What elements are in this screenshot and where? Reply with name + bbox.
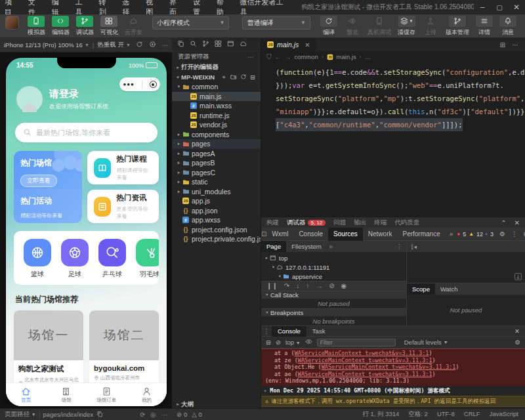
- refresh-icon[interactable]: [136, 41, 143, 49]
- breakpoints-header[interactable]: ▾Breakpoints: [261, 308, 406, 316]
- split-editor-icon[interactable]: ⊞: [500, 41, 505, 49]
- breadcrumb-folder[interactable]: common: [295, 53, 318, 60]
- more-icon[interactable]: ⋯: [512, 41, 518, 49]
- tree-item-project.private.config.js…[interactable]: {}project.private.config.js…: [172, 234, 261, 244]
- new-file-icon[interactable]: ＋: [221, 73, 228, 81]
- rotate-device-icon[interactable]: ⟳: [140, 411, 145, 418]
- toolbar-button-真机调试[interactable]: 真机调试: [368, 16, 391, 37]
- more-tabs-icon[interactable]: »: [327, 243, 333, 250]
- branch-strip-icon[interactable]: [202, 40, 209, 49]
- panel-tab-问题[interactable]: 问题: [333, 219, 346, 227]
- close-capsule-icon[interactable]: [150, 81, 157, 88]
- step-icon[interactable]: →: [316, 282, 322, 289]
- toolbar-button-调试器[interactable]: 调试器: [76, 16, 94, 37]
- step-into-icon[interactable]: ↓: [296, 282, 299, 289]
- avatar[interactable]: [16, 86, 43, 112]
- sources-nav-tab-page[interactable]: Page: [261, 241, 286, 252]
- tree-item-uni_modules[interactable]: ▸uni_modules: [172, 187, 261, 197]
- console-timestamp[interactable]: ▾ Mon Dec 29 2025 14:55:40 GMT+0800 (中国标…: [261, 386, 525, 396]
- tree-item-main.wxss[interactable]: #main.wxss: [172, 101, 261, 111]
- device-select[interactable]: iPhone 12/13 (Pro) 100% 16: [4, 41, 83, 49]
- minimize-button[interactable]: –: [474, 3, 491, 12]
- toolbar-button-可视化[interactable]: 可视化: [100, 16, 118, 37]
- dock-console-icon[interactable]: ⤓: [514, 273, 522, 280]
- clear-console-icon[interactable]: ⊘: [276, 339, 281, 346]
- promo-events-card[interactable]: 热门活动 精彩活动等你来看: [14, 189, 82, 223]
- eye-icon[interactable]: [305, 338, 312, 346]
- sport-category-篮球[interactable]: 篮球: [23, 239, 52, 279]
- tree-item-app.wxss[interactable]: #app.wxss: [172, 215, 261, 225]
- tree-item-pagesA[interactable]: ▸pagesA: [172, 149, 261, 159]
- toolbar-button-消息[interactable]: 消息: [499, 16, 516, 37]
- sport-category-羽毛球[interactable]: 羽毛球: [135, 239, 159, 279]
- close-console-icon[interactable]: ✕: [514, 327, 525, 335]
- tree-item-vendor.js[interactable]: JSvendor.js: [172, 120, 261, 130]
- panel-tab-调试器[interactable]: 调试器5, 12: [287, 219, 326, 227]
- more-icon[interactable]: ⋯: [161, 411, 168, 418]
- filter-input[interactable]: [317, 339, 396, 346]
- tab-main-js[interactable]: JS main.js ✕: [261, 38, 317, 51]
- stack-link[interactable]: WAServiceMainContext_t=wechat&v=3.11.3:1: [295, 350, 429, 356]
- tree-item-project.config.json[interactable]: {}project.config.json: [172, 225, 261, 235]
- step-over-icon[interactable]: ↷: [284, 282, 289, 289]
- user-avatar[interactable]: [5, 16, 19, 30]
- sources-tree-127.0.0.1:11191[interactable]: ▾127.0.0.1:11191: [261, 262, 406, 272]
- problems-indicator[interactable]: ⊘0 △0: [172, 411, 202, 418]
- tab-场馆订单[interactable]: 场馆订单: [87, 383, 127, 406]
- promo-card-1[interactable]: 热门资讯更多资讯等你来看: [87, 190, 159, 223]
- page-path-value[interactable]: pages/index/index: [43, 411, 94, 418]
- call-stack-header[interactable]: ▾Call Stack: [261, 291, 406, 299]
- tree-item-components[interactable]: ▸components: [172, 130, 261, 140]
- collapse-all-icon[interactable]: ⊟: [250, 74, 255, 81]
- toolbar-button-版本管理[interactable]: 版本管理: [446, 16, 469, 37]
- kebab-menu-icon[interactable]: ⋮: [396, 243, 407, 250]
- tree-item-app.json[interactable]: {}app.json: [172, 206, 261, 216]
- tree-item-runtime.js[interactable]: JSruntime.js: [172, 111, 261, 121]
- new-folder-icon[interactable]: [230, 74, 237, 81]
- toolbar-button-云开发[interactable]: 云开发: [125, 16, 142, 37]
- stack-link[interactable]: WAServiceMainContext_t=wechat&v=3.11.3:1: [298, 357, 432, 364]
- language-indicator[interactable]: JavaScript: [490, 410, 518, 419]
- more-icon[interactable]: ⋯: [162, 41, 169, 49]
- deactivate-breakpoints-icon[interactable]: ⊘: [329, 282, 334, 289]
- promo-venues-card[interactable]: 热门场馆 立即查看: [14, 151, 82, 189]
- back-icon[interactable]: ←: [275, 53, 282, 60]
- tree-item-pagesC[interactable]: ▸pagesC: [172, 168, 261, 178]
- pause-icon[interactable]: ❙❙: [266, 282, 278, 289]
- toolbar-button-清缓存[interactable]: ▼清缓存: [398, 16, 415, 37]
- refresh-icon[interactable]: [240, 74, 247, 81]
- devtools-tab-sources[interactable]: Sources: [328, 228, 363, 241]
- close-tab-icon[interactable]: ✕: [304, 41, 310, 49]
- promo-card-0[interactable]: 热门课程精彩课程等你来看: [87, 151, 159, 184]
- step-out-icon[interactable]: ↑: [306, 282, 309, 289]
- tree-item-main.js[interactable]: JSmain.js: [172, 92, 261, 102]
- console-tab-task[interactable]: Task: [306, 326, 331, 337]
- inspect-icon[interactable]: ⊡: [261, 230, 266, 238]
- kebab-menu-icon[interactable]: ⋮: [261, 327, 272, 335]
- search-input[interactable]: 最新热门场馆,等你来看: [15, 123, 158, 142]
- toolbar-button-编译[interactable]: 编译: [320, 16, 337, 37]
- stack-link[interactable]: WAServiceMainContext_t=wechat&v=3.11.3:1: [298, 371, 432, 377]
- indent-indicator[interactable]: 空格: 2: [408, 410, 428, 419]
- mode-select[interactable]: 小程序模式▼: [152, 16, 230, 30]
- outline-section[interactable]: ▸ 大纲: [172, 400, 261, 408]
- toolbar-button-详情[interactable]: 详情: [476, 16, 493, 37]
- devtools-tab-console[interactable]: Console: [293, 228, 328, 241]
- breadcrumb-symbol[interactable]: …: [364, 53, 371, 60]
- code-area[interactable]: (function(e){1==e.code&&t.setStorageSync…: [261, 62, 525, 131]
- search-strip-icon[interactable]: [190, 40, 197, 49]
- open-editors-section[interactable]: ▸ 打开的编辑器: [172, 62, 261, 72]
- panel-tab-构建[interactable]: 构建: [266, 219, 279, 227]
- levels-select[interactable]: Default levels ▼: [404, 339, 448, 346]
- tree-item-static[interactable]: ▸static: [172, 177, 261, 187]
- copy-icon[interactable]: [96, 411, 103, 419]
- close-button[interactable]: ✕: [508, 3, 525, 12]
- toolbar-button-上传[interactable]: 上传: [422, 16, 439, 37]
- gear-icon[interactable]: ⚙: [499, 230, 505, 238]
- sport-category-足球[interactable]: 足球: [60, 239, 89, 279]
- grid-strip-icon[interactable]: [215, 40, 222, 49]
- eol-indicator[interactable]: CRLF: [464, 410, 480, 419]
- hide-navigator-icon[interactable]: ⟦◂: [411, 243, 417, 250]
- sources-tree-appservice[interactable]: ▾appservice: [261, 272, 406, 281]
- more-icon[interactable]: ●●●: [123, 81, 135, 87]
